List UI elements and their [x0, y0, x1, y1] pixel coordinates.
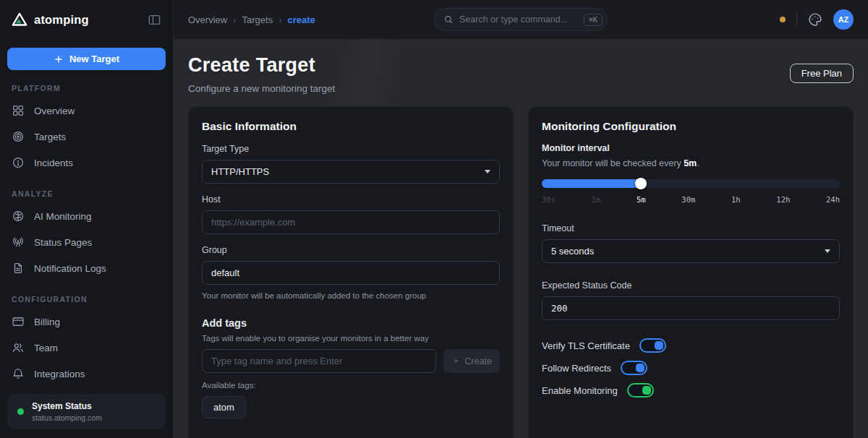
divider — [796, 12, 797, 27]
basic-information-card: Basic Information Target Type HTTP/HTTPS… — [188, 106, 514, 438]
grid-icon — [12, 104, 25, 117]
status-code-label: Expected Status Code — [542, 280, 840, 291]
sidebar-item-overview[interactable]: Overview — [0, 98, 173, 124]
sidebar-item-label: Status Pages — [34, 237, 92, 248]
system-status-text: System Status status.atomping.com — [32, 401, 102, 422]
enable-monitoring-label: Enable Monitoring — [542, 385, 618, 396]
status-code-input[interactable] — [542, 296, 840, 320]
tick-5m[interactable]: 5m — [637, 195, 646, 204]
enable-monitoring-toggle[interactable] — [627, 383, 654, 398]
breadcrumb: Overview › Targets › create — [188, 14, 315, 25]
follow-redirects-row: Follow Redirects — [542, 361, 840, 375]
section-title-platform: PLATFORM — [12, 84, 161, 93]
toggle-knob — [655, 341, 663, 350]
status-dot-icon — [17, 408, 24, 415]
sidebar-item-label: Team — [34, 343, 58, 353]
timeout-select[interactable]: 5 seconds — [542, 239, 840, 263]
toggle-knob — [642, 386, 651, 395]
interval-ticks: 30s 1m 5m 30m 1h 12h 24h — [542, 195, 840, 204]
sidebar-item-status-pages[interactable]: Status Pages — [0, 229, 173, 255]
follow-redirects-toggle[interactable] — [621, 361, 647, 375]
brain-icon — [12, 210, 25, 223]
app-root: atomping New Target PLATFORM — [0, 0, 868, 438]
tick-24h[interactable]: 24h — [826, 195, 840, 204]
group-input[interactable] — [202, 261, 500, 285]
new-target-button[interactable]: New Target — [7, 48, 166, 70]
tick-1h[interactable]: 1h — [731, 195, 741, 204]
search-input[interactable] — [459, 14, 578, 25]
tags-help-text: Tags will enable you to organise your mo… — [202, 334, 500, 343]
system-status-card[interactable]: System Status status.atomping.com — [7, 394, 166, 429]
interval-slider-fill — [542, 179, 641, 188]
group-label: Group — [202, 245, 500, 255]
sidebar-item-targets[interactable]: Targets — [0, 124, 173, 150]
tick-30m[interactable]: 30m — [681, 195, 695, 204]
timeout-label: Timeout — [542, 223, 840, 233]
tag-chip-atom[interactable]: atom — [202, 396, 246, 418]
monitor-interval-help: Your monitor will be checked every 5m. — [542, 158, 840, 168]
chevron-down-icon — [485, 170, 490, 173]
status-indicator-dot — [780, 17, 786, 22]
breadcrumb-overview[interactable]: Overview — [188, 14, 227, 25]
main-area: Overview › Targets › create ⌘K — [174, 0, 868, 438]
chevron-right-icon: › — [278, 14, 281, 25]
interval-slider[interactable] — [542, 179, 840, 188]
sidebar-item-ai-monitoring[interactable]: AI Monitoring — [0, 203, 173, 229]
tag-input[interactable] — [202, 349, 436, 373]
sidebar: atomping New Target PLATFORM — [0, 0, 174, 438]
chevron-right-icon: › — [233, 14, 236, 25]
document-icon — [12, 262, 25, 275]
sidebar-item-label: Incidents — [34, 158, 73, 168]
interval-slider-thumb[interactable] — [635, 178, 647, 189]
toggle-group: Verify TLS Certificate Follow Redirects … — [542, 338, 840, 398]
breadcrumb-targets[interactable]: Targets — [242, 14, 273, 25]
target-type-label: Target Type — [202, 144, 500, 154]
breadcrumb-create[interactable]: create — [288, 14, 315, 25]
users-icon — [12, 341, 25, 354]
section-title-analyze: ANALYZE — [12, 189, 161, 198]
page-header: Create Target Configure a new monitoring… — [174, 39, 868, 106]
sidebar-item-incidents[interactable]: Incidents — [0, 150, 173, 176]
sidebar-item-billing[interactable]: Billing — [0, 309, 173, 335]
bell-icon — [12, 367, 25, 380]
sidebar-item-team[interactable]: Team — [0, 335, 173, 361]
new-target-label: New Target — [69, 53, 119, 64]
topbar-right: AZ — [780, 9, 854, 30]
sidebar-collapse-icon[interactable] — [148, 13, 161, 27]
interval-selected-value: 5m — [684, 158, 697, 168]
target-icon — [12, 130, 25, 143]
tick-12h[interactable]: 12h — [776, 195, 790, 204]
available-tags-label: Available tags: — [202, 381, 500, 390]
credit-card-icon — [12, 315, 25, 328]
group-help-text: Your monitor will be automatically added… — [202, 291, 500, 300]
sidebar-item-label: Targets — [34, 132, 66, 142]
target-type-select[interactable]: HTTP/HTTPS — [202, 160, 500, 184]
sidebar-header: atomping — [0, 0, 173, 39]
avatar[interactable]: AZ — [833, 9, 854, 30]
sidebar-item-label: Overview — [34, 106, 75, 116]
palette-icon[interactable] — [808, 12, 822, 27]
tick-1m[interactable]: 1m — [592, 195, 601, 204]
topbar: Overview › Targets › create ⌘K — [174, 0, 868, 39]
enable-monitoring-row: Enable Monitoring — [542, 383, 840, 398]
sidebar-item-integrations[interactable]: Integrations — [0, 361, 173, 387]
brand-name: atomping — [34, 13, 89, 27]
host-label: Host — [202, 194, 500, 205]
add-tags-heading: Add tags — [202, 317, 500, 329]
sidebar-item-notification-logs[interactable]: Notification Logs — [0, 255, 173, 281]
page-subtitle: Configure a new monitoring target — [188, 83, 854, 94]
sidebar-item-label: Integrations — [34, 369, 85, 379]
timeout-value: 5 seconds — [551, 246, 594, 257]
tick-30s[interactable]: 30s — [542, 195, 556, 204]
verify-tls-label: Verify TLS Certificate — [542, 340, 630, 351]
brand[interactable]: atomping — [12, 12, 89, 27]
toggle-knob — [636, 364, 644, 372]
search-box[interactable]: ⌘K — [434, 8, 608, 31]
monitoring-configuration-title: Monitoring Configuration — [542, 120, 840, 133]
create-tag-button[interactable]: ＋ Create — [443, 349, 500, 373]
page-title: Create Target — [188, 54, 854, 77]
host-input[interactable] — [202, 210, 500, 234]
verify-tls-toggle[interactable] — [639, 338, 666, 353]
free-plan-button[interactable]: Free Plan — [790, 64, 854, 83]
target-type-value: HTTP/HTTPS — [211, 166, 269, 177]
